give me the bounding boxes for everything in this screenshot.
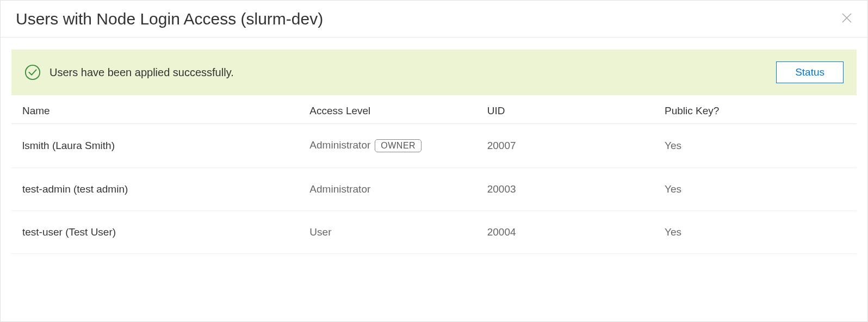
col-header-uid: UID [476,100,654,124]
dialog-content: Users have been applied successfully. St… [1,38,867,254]
access-level-text: User [309,226,331,238]
access-level-text: Administrator [309,183,370,195]
success-alert: Users have been applied successfully. St… [11,49,857,95]
table-row: test-admin (test admin)Administrator2000… [11,168,857,211]
owner-badge: OWNER [375,139,421,152]
close-icon [840,11,853,26]
col-header-public-key: Public Key? [654,100,857,124]
alert-left: Users have been applied successfully. [24,64,234,81]
access-level-text: Administrator [309,139,370,151]
cell-name: lsmith (Laura Smith) [11,124,299,168]
cell-public-key: Yes [654,124,857,168]
close-button[interactable] [837,8,857,29]
cell-uid: 20003 [476,168,654,211]
cell-public-key: Yes [654,168,857,211]
cell-uid: 20004 [476,211,654,254]
cell-public-key: Yes [654,211,857,254]
table-row: test-user (Test User)User20004Yes [11,211,857,254]
cell-uid: 20007 [476,124,654,168]
table-row: lsmith (Laura Smith)AdministratorOWNER20… [11,124,857,168]
status-button[interactable]: Status [776,61,844,83]
cell-name: test-admin (test admin) [11,168,299,211]
col-header-access-level: Access Level [299,100,476,124]
dialog-header: Users with Node Login Access (slurm-dev) [1,1,867,38]
col-header-name: Name [11,100,299,124]
users-table: Name Access Level UID Public Key? lsmith… [11,100,857,254]
svg-point-2 [26,65,40,79]
cell-name: test-user (Test User) [11,211,299,254]
alert-message: Users have been applied successfully. [49,66,234,79]
cell-access-level: AdministratorOWNER [299,124,476,168]
cell-access-level: User [299,211,476,254]
dialog-title: Users with Node Login Access (slurm-dev) [16,10,323,28]
cell-access-level: Administrator [299,168,476,211]
table-header-row: Name Access Level UID Public Key? [11,100,857,124]
success-check-icon [24,64,41,81]
